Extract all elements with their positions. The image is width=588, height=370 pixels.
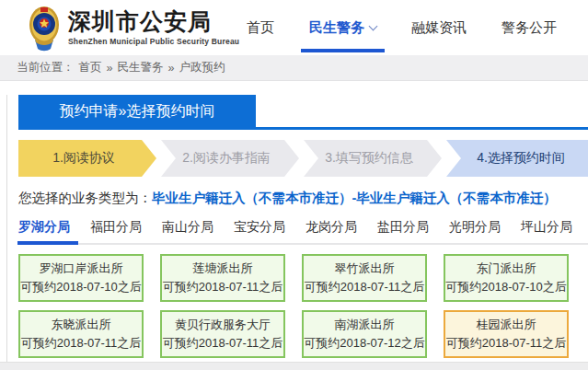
station-card-guiyuan[interactable]: 桂园派出所 可预约2018-07-11之后 (444, 310, 569, 358)
station-availability: 可预约2018-07-11之后 (163, 278, 283, 296)
main-nav: 首页 民生警务 融媒资讯 警务公开 警民互动 (229, 0, 588, 55)
district-tab-longgang[interactable]: 龙岗分局 (306, 219, 358, 243)
brand: 深圳市公安局 ShenZhen Municipal Public Securit… (68, 9, 239, 47)
breadcrumb-separator: » (167, 62, 174, 75)
district-tab-futian[interactable]: 福田分局 (90, 219, 143, 243)
site-header: 深圳市公安局 ShenZhen Municipal Public Securit… (0, 0, 588, 55)
breadcrumb-prefix: 当前位置： (17, 60, 75, 75)
station-name: 南湖派出所 (335, 316, 395, 334)
station-name: 桂园派出所 (477, 316, 536, 334)
progress-steps: 1.阅读协议 2.阅读办事指南 3.填写预约信息 4.选择预约时间 (18, 140, 588, 177)
breadcrumb: 当前位置： 首页 » 民生警务 » 户政预约 (0, 55, 588, 81)
station-card-nanhu[interactable]: 南湖派出所 可预约2018-07-12之后 (302, 310, 427, 358)
district-tab-nanshan[interactable]: 南山分局 (162, 219, 214, 243)
breadcrumb-item-household-appointment: 户政预约 (179, 60, 225, 75)
page-tab-title: 预约申请»选择预约时间 (18, 95, 256, 127)
nav-item-police-public-interaction[interactable]: 警民互动 (574, 0, 588, 55)
business-type-value: 毕业生户籍迁入（不需本市准迁）-毕业生户籍迁入（不需本市准迁） (152, 191, 557, 205)
breadcrumb-item-home[interactable]: 首页 (79, 60, 102, 75)
district-tab-pingshan[interactable]: 坪山分局 (521, 219, 573, 243)
station-name: 黄贝行政服务大厅 (175, 316, 271, 334)
page-tab-bar: 预约申请»选择预约时间 (18, 95, 588, 130)
nav-item-label: 民生警务 (309, 19, 364, 37)
station-availability: 可预约2018-07-11之后 (446, 334, 567, 353)
station-availability: 可预约2018-07-11之后 (305, 278, 425, 296)
nav-item-label: 融媒资讯 (411, 19, 467, 37)
district-tab-luohu[interactable]: 罗湖分局 (18, 219, 71, 243)
step-4-choose-time: 4.选择预约时间 (446, 140, 588, 177)
station-card-cuizhu[interactable]: 翠竹派出所 可预约2018-07-11之后 (302, 254, 427, 302)
district-tab-guangming[interactable]: 光明分局 (449, 219, 502, 243)
business-type-line: 您选择的业务类型为：毕业生户籍迁入（不需本市准迁）-毕业生户籍迁入（不需本市准迁… (18, 190, 588, 207)
station-card-luohu-port[interactable]: 罗湖口岸派出所 可预约2018-07-10之后 (18, 254, 144, 302)
station-card-dongmen[interactable]: 东门派出所 可预约2018-07-10之后 (444, 254, 569, 302)
breadcrumb-separator: » (107, 62, 113, 75)
station-name: 东门派出所 (477, 260, 536, 278)
district-tab-baoan[interactable]: 宝安分局 (234, 219, 286, 243)
nav-item-home[interactable]: 首页 (229, 0, 292, 55)
site-subtitle: ShenZhen Municipal Public Security Burea… (68, 37, 239, 46)
nav-item-label: 警务公开 (502, 19, 557, 37)
station-availability: 可预约2018-07-11之后 (21, 334, 142, 353)
station-availability: 可预约2018-07-12之后 (304, 334, 425, 353)
station-card-huangbei-admin-hall[interactable]: 黄贝行政服务大厅 可预约2018-07-11之后 (160, 310, 285, 358)
breadcrumb-item-civil-services[interactable]: 民生警务 (117, 60, 163, 75)
station-card-dongxiao[interactable]: 东晓派出所 可预约2018-07-11之后 (18, 310, 144, 358)
step-2-read-guide: 2.阅读办事指南 (161, 140, 299, 177)
site-title: 深圳市公安局 (68, 9, 239, 35)
station-card-grid: 罗湖口岸派出所 可预约2018-07-10之后 莲塘派出所 可预约2018-07… (18, 254, 588, 358)
step-3-fill-info: 3.填写预约信息 (304, 140, 442, 177)
station-availability: 可预约2018-07-10之后 (445, 278, 567, 296)
chevron-down-icon (369, 21, 378, 30)
nav-item-civil-services[interactable]: 民生警务 (292, 0, 394, 55)
district-tab-yantian[interactable]: 盐田分局 (377, 219, 430, 243)
content-panel: 预约申请»选择预约时间 1.阅读协议 2.阅读办事指南 3.填写预约信息 4.选… (6, 95, 588, 370)
police-badge-icon (29, 5, 60, 52)
station-card-liantang[interactable]: 莲塘派出所 可预约2018-07-11之后 (160, 254, 285, 302)
next-section-edge (0, 362, 588, 370)
station-availability: 可预约2018-07-11之后 (163, 334, 283, 353)
nav-item-label: 首页 (247, 19, 274, 37)
station-name: 翠竹派出所 (335, 260, 395, 278)
station-name: 莲塘派出所 (193, 260, 253, 278)
nav-item-media-news[interactable]: 融媒资讯 (394, 0, 484, 55)
business-type-label: 您选择的业务类型为： (18, 191, 152, 205)
nav-item-police-affairs[interactable]: 警务公开 (484, 0, 574, 55)
step-1-read-agreement: 1.阅读协议 (18, 140, 156, 177)
station-name: 东晓派出所 (52, 316, 111, 334)
station-name: 罗湖口岸派出所 (40, 260, 123, 278)
district-tabs: 罗湖分局 福田分局 南山分局 宝安分局 龙岗分局 盐田分局 光明分局 坪山分局 (18, 219, 588, 245)
station-availability: 可预约2018-07-10之后 (20, 278, 142, 296)
